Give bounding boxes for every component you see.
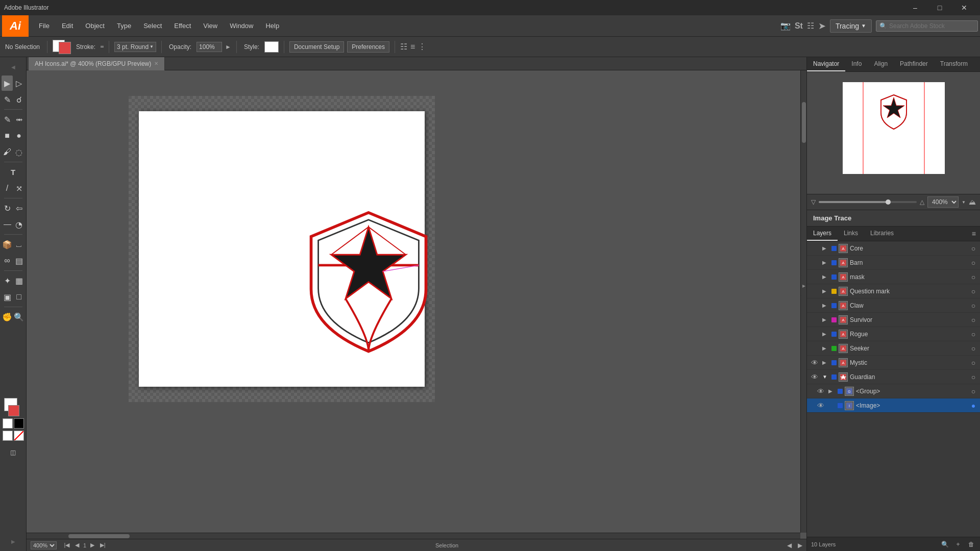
canvas-viewport[interactable] [27,70,806,539]
layer-target-survivor[interactable]: ○ [969,316,978,324]
slice-tool[interactable]: □ [13,289,24,305]
menu-object[interactable]: Object [79,15,111,37]
pencil-tool[interactable]: ✎ [2,112,13,127]
tracing-button[interactable]: Tracing ▼ [830,19,872,33]
horizontal-scrollbar[interactable] [27,533,800,539]
tab-links[interactable]: Links [838,227,864,241]
eyedropper-tool[interactable]: 📦 [2,237,13,252]
black-swatch[interactable] [14,418,24,429]
rotate-tool[interactable]: ↻ [2,201,13,216]
panel-collapse-top[interactable]: ◀ [2,59,24,74]
layer-target-questionmark[interactable]: ○ [969,287,978,295]
last-page-btn[interactable]: ▶| [99,541,107,549]
menu-edit[interactable]: Edit [56,15,79,37]
line-tool[interactable]: / [2,181,13,196]
menu-window[interactable]: Window [224,15,259,37]
direct-select-tool[interactable]: ▷ [13,76,24,91]
layer-target-barn[interactable]: ○ [969,259,978,267]
screen-mode-button[interactable]: ◫ [2,445,24,460]
opacity-input[interactable] [197,42,222,52]
tab-pathfinder[interactable]: Pathfinder [894,57,934,71]
layer-visibility-mystic[interactable]: 👁 [809,359,820,367]
layer-target-seeker[interactable]: ○ [969,344,978,353]
blend-tool[interactable]: ∞ [2,253,13,268]
layer-row-claw[interactable]: ▶ A Claw ○ [807,298,980,313]
nav-mountain-icon[interactable]: ⛰ [969,198,976,206]
measure-tool[interactable]: ⎵ [13,237,24,252]
menu-select[interactable]: Select [137,15,168,37]
layer-target-mystic[interactable]: ○ [969,359,978,367]
vertical-scroll-thumb[interactable] [802,102,806,143]
smooth-tool[interactable]: ⥈ [13,112,24,127]
align-icon[interactable]: ≡ [410,42,415,52]
search-layers-btn[interactable]: 🔍 [940,540,949,549]
layer-expand-core[interactable]: ▶ [822,245,829,251]
layer-target-rogue[interactable]: ○ [969,330,978,338]
panel-collapse-bottom[interactable]: ▶ [2,534,24,549]
menu-view[interactable]: View [197,15,224,37]
layer-target-image[interactable]: ● [969,402,978,410]
paintbrush-tool[interactable]: 🖌 [2,144,13,160]
layer-row-mask[interactable]: ▶ A mask ○ [807,270,980,284]
layer-row-questionmark[interactable]: ▶ A Question mark ○ [807,284,980,298]
menu-help[interactable]: Help [259,15,285,37]
layer-row-barn[interactable]: ▶ A Barn ○ [807,256,980,270]
distribute-icon[interactable]: ⋮ [418,42,426,52]
layer-expand-barn[interactable]: ▶ [822,260,829,265]
layer-expand-claw[interactable]: ▶ [822,303,829,308]
rectangle-tool[interactable]: ■ [2,128,13,143]
layer-target-claw[interactable]: ○ [969,302,978,310]
curvature-tool[interactable]: ☌ [13,92,24,107]
layer-expand-survivor[interactable]: ▶ [822,317,829,322]
layer-visibility-image[interactable]: 👁 [815,402,826,410]
layer-expand-mystic[interactable]: ▶ [822,360,829,365]
warp-tool[interactable]: ⸻ [2,217,13,232]
tab-align[interactable]: Align [868,57,894,71]
select-tool[interactable]: ▶ [2,76,13,91]
scroll-left-icon[interactable]: ◀ [787,542,792,549]
layer-expand-mask[interactable]: ▶ [822,274,829,280]
horizontal-scroll-thumb[interactable] [68,534,130,538]
layer-expand-questionmark[interactable]: ▶ [822,288,829,294]
background-swatch[interactable] [8,405,19,416]
layers-panel-menu[interactable]: ≡ [972,227,980,241]
first-page-btn[interactable]: |◀ [63,541,71,549]
zoom-tool[interactable]: 🔍 [13,309,24,324]
tab-transform[interactable]: Transform [934,57,974,71]
zoom-out-icon[interactable]: ▽ [811,198,816,206]
layer-row-guardian[interactable]: 👁 ▼ Guardian ○ [807,370,980,384]
zoom-slider-thumb[interactable] [886,199,891,205]
layer-expand-rogue[interactable]: ▶ [822,331,829,337]
stroke-color[interactable] [59,42,71,54]
document-setup-button[interactable]: Document Setup [289,41,344,53]
tab-navigator[interactable]: Navigator [807,57,845,71]
white-swatch[interactable] [3,418,13,429]
add-layer-btn[interactable]: + [953,540,963,549]
stroke-width-dropdown[interactable]: 3 pt. Round ▼ [114,42,156,52]
column-graph-tool[interactable]: ▦ [13,273,24,288]
pen-tool[interactable]: ✎ [2,92,13,107]
menu-effect[interactable]: Effect [168,15,197,37]
puppet-warp-tool[interactable]: ◔ [13,217,24,232]
zoom-slider-track[interactable] [819,201,917,203]
zoom-in-icon[interactable]: △ [920,198,924,206]
arrange-icon[interactable]: ☷ [400,42,407,52]
scroll-right-icon[interactable]: ▶ [798,542,802,549]
layer-row-core[interactable]: ▶ A Core ○ [807,241,980,256]
menu-file[interactable]: File [33,15,56,37]
delete-layer-btn[interactable]: 🗑 [967,540,976,549]
preferences-button[interactable]: Preferences [347,41,389,53]
layer-row-rogue[interactable]: ▶ A Rogue ○ [807,327,980,341]
arc-tool[interactable]: ⤧ [13,181,24,196]
layer-row-group[interactable]: 👁 ▶ G <Group> ○ [807,384,980,398]
right-panel-collapse[interactable]: ▶ [800,276,806,296]
layer-visibility-guardian[interactable]: 👁 [809,373,820,381]
stroke-fill-toggle[interactable] [3,431,13,441]
chart-tool[interactable]: ▤ [13,253,24,268]
layer-target-mask[interactable]: ○ [969,273,978,281]
layer-expand-group[interactable]: ▶ [828,388,836,394]
tab-layers[interactable]: Layers [807,227,838,241]
minimize-button[interactable]: – [903,0,927,15]
layer-expand-seeker[interactable]: ▶ [822,345,829,351]
layer-row-survivor[interactable]: ▶ A Survivor ○ [807,313,980,327]
